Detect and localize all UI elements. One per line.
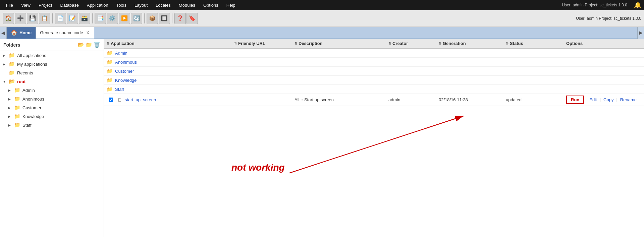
sidebar-label-root: root [17, 79, 25, 84]
toolbar-layout-btn[interactable]: 🔲 [159, 13, 170, 24]
expand-icon: ▶ [3, 62, 7, 66]
toolbar-separator-3 [144, 13, 145, 23]
sidebar-label-my-applications: My applications [17, 62, 47, 67]
folder-icon: 📁 [107, 50, 112, 56]
toolbar-run-btn[interactable]: ▶️ [119, 13, 130, 24]
home-icon: 🏠 [11, 29, 17, 36]
folder-name-admin: Admin [115, 51, 127, 56]
toolbar-home-btn[interactable]: 🏠 [3, 13, 14, 24]
rename-link[interactable]: Rename [620, 97, 637, 102]
tab-right-arrow[interactable]: ▶ [637, 27, 644, 39]
row-checkbox[interactable] [109, 98, 113, 102]
sidebar-delete-icon[interactable]: 🗑️ [94, 42, 100, 48]
menu-help[interactable]: Help [223, 1, 239, 9]
sidebar-folder-add-icon[interactable]: 📁 [86, 42, 92, 48]
menu-locales[interactable]: Locales [152, 1, 174, 9]
sidebar-item-knowledge[interactable]: ▶ 📁 Knowledge [0, 112, 104, 121]
menu-file[interactable]: File [3, 1, 16, 9]
toolbar-module-btn[interactable]: 📦 [147, 13, 158, 24]
edit-link[interactable]: Edit [589, 97, 597, 102]
sidebar-label-knowledge: Knowledge [22, 114, 44, 119]
annotation-text: not working [231, 162, 285, 173]
tab-active-label: Generate source code [40, 30, 83, 35]
menu-application[interactable]: Application [84, 1, 112, 9]
run-button[interactable]: Run [566, 96, 584, 104]
sidebar-item-anonimous[interactable]: ▶ 📁 Anonimous [0, 95, 104, 103]
annotation-area: not working [104, 106, 644, 200]
col-status-label: Status [510, 41, 523, 46]
folder-name-customer: Customer [115, 69, 134, 74]
folder-row-anonimous[interactable]: 📁 Anonimous [104, 58, 644, 67]
sidebar-folder-open-icon[interactable]: 📂 [77, 42, 84, 48]
menu-project[interactable]: Project [35, 1, 55, 9]
folder-row-customer[interactable]: 📁 Customer [104, 67, 644, 76]
folder-row-knowledge[interactable]: 📁 Knowledge [104, 76, 644, 85]
menu-tools[interactable]: Tools [113, 1, 130, 9]
toolbar-edit-btn[interactable]: 📝 [67, 13, 78, 24]
col-application[interactable]: ⇅ Application [104, 41, 231, 46]
sidebar-item-admin[interactable]: ▶ 📁 Admin [0, 86, 104, 95]
folder-icon: 📁 [107, 59, 112, 65]
folder-row-staff[interactable]: 📁 Staff [104, 85, 644, 94]
tab-left-arrow[interactable]: ◀ [0, 27, 7, 39]
toolbar-copy-btn[interactable]: 📋 [39, 13, 50, 24]
col-generation[interactable]: ⇅ Generation [436, 41, 503, 46]
expand-icon: ▶ [8, 123, 12, 127]
col-description-label: Description [299, 41, 323, 46]
expand-icon: ▼ [3, 80, 7, 83]
sidebar-item-customer[interactable]: ▶ 📁 Customer [0, 103, 104, 112]
toolbar-help-btn[interactable]: ❓ [174, 13, 186, 24]
menu-options[interactable]: Options [200, 1, 222, 9]
expand-icon: ▶ [8, 115, 12, 118]
sidebar-header: Folders 📂 📁 🗑️ [0, 39, 104, 51]
toolbar-bookmark-btn[interactable]: 🔖 [186, 13, 198, 24]
sidebar-item-recents[interactable]: 📁 Recents [0, 68, 104, 77]
sidebar-label-recents: Recents [17, 70, 33, 75]
toolbar-doc-btn[interactable]: 📄 [55, 13, 66, 24]
copy-link[interactable]: Copy [603, 97, 613, 102]
table-row: 🗋 start_up_screen All :: Start up screen… [104, 94, 644, 106]
folder-icon: 📁 [14, 87, 20, 93]
folder-icon: 📁 [9, 52, 15, 58]
sort-arrows-icon: ⇅ [294, 42, 297, 45]
toolbar: 🏠 ➕ 💾 📋 📄 📝 🗃️ 📑 ⚙️ ▶️ 🔄 📦 🔲 ❓ 🔖 User: a… [0, 10, 644, 27]
expand-icon: ▶ [8, 88, 12, 92]
toolbar-page-btn[interactable]: 📑 [95, 13, 106, 24]
sidebar-item-all-applications[interactable]: ▶ 📁 All applications [0, 51, 104, 60]
col-description[interactable]: ⇅ Description [292, 41, 386, 46]
sidebar-item-root[interactable]: ▼ 📂 root [0, 77, 104, 86]
toolbar-db-btn[interactable]: 🗃️ [79, 13, 90, 24]
col-generation-label: Generation [443, 41, 466, 46]
tab-generate-source[interactable]: Generate source code X [36, 27, 94, 39]
sidebar-item-staff[interactable]: ▶ 📁 Staff [0, 121, 104, 129]
app-name-label[interactable]: start_up_screen [125, 97, 156, 102]
folder-row-admin[interactable]: 📁 Admin [104, 49, 644, 58]
col-friendly-url[interactable]: ⇅ Friendly URL [231, 41, 292, 46]
toolbar-add-btn[interactable]: ➕ [15, 13, 26, 24]
toolbar-user-info: User: admin Project: sc_tickets 1.0.0 [576, 16, 641, 21]
menu-modules[interactable]: Modules [175, 1, 199, 9]
sidebar-label-admin: Admin [22, 88, 35, 93]
tab-home[interactable]: 🏠 Home [7, 27, 36, 39]
sidebar-title: Folders [3, 42, 20, 48]
toolbar-refresh-btn[interactable]: 🔄 [131, 13, 142, 24]
folder-icon: 📁 [14, 105, 20, 111]
table-header: ⇅ Application ⇅ Friendly URL ⇅ Descripti… [104, 39, 644, 49]
annotation-arrow [104, 106, 644, 200]
menu-database[interactable]: Database [57, 1, 82, 9]
menu-bar: File View Project Database Application T… [0, 0, 644, 10]
sort-arrows-icon: ⇅ [234, 42, 237, 45]
row-checkbox-cell [104, 98, 117, 102]
folder-name-anonimous: Anonimous [115, 60, 137, 65]
col-status[interactable]: ⇅ Status [503, 41, 564, 46]
tab-close-btn[interactable]: X [86, 31, 90, 35]
bell-icon[interactable]: 🔔 [634, 1, 641, 9]
menu-view[interactable]: View [18, 1, 34, 9]
toolbar-settings-btn[interactable]: ⚙️ [107, 13, 118, 24]
folder-icon: 📁 [9, 61, 15, 67]
menu-layout[interactable]: Layout [131, 1, 151, 9]
toolbar-save-btn[interactable]: 💾 [27, 13, 38, 24]
col-creator[interactable]: ⇅ Creator [386, 41, 436, 46]
sidebar-item-my-applications[interactable]: ▶ 📁 My applications [0, 60, 104, 68]
col-application-label: Application [111, 41, 135, 46]
